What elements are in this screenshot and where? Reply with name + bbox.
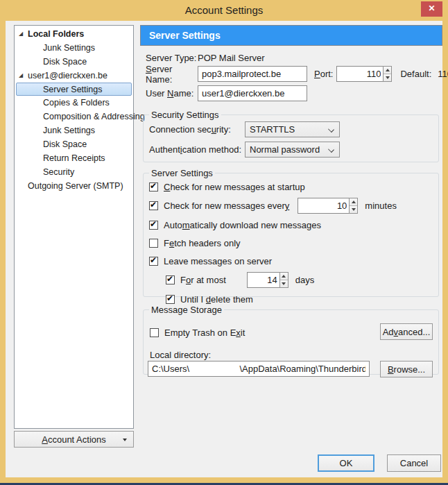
chevron-down-icon [328, 146, 334, 153]
sidebar-item-label: Return Receipts [43, 153, 105, 163]
spin-up-icon[interactable] [384, 67, 391, 74]
port-input[interactable] [336, 66, 383, 82]
minutes-suffix-label: minutes [365, 201, 397, 211]
sidebar-item[interactable]: Server Settings [16, 83, 132, 96]
browse-button-label: Browse... [388, 364, 425, 375]
message-storage-group: Message Storage Empty Trash on Exit Adva… [143, 305, 439, 375]
minutes-input[interactable] [298, 198, 349, 214]
account-actions-button[interactable]: Account Actions [14, 431, 134, 448]
until-delete-row: Until I delete them [166, 292, 433, 306]
message-storage-legend: Message Storage [149, 305, 224, 315]
sidebar-item-label: Security [43, 167, 74, 177]
cancel-button-label: Cancel [400, 458, 428, 468]
sidebar-item[interactable]: Local Folders [15, 27, 133, 41]
spin-up-icon[interactable] [280, 273, 288, 280]
check-every-label[interactable]: Check for new messages every [164, 201, 289, 211]
auth-method-select[interactable]: Normal password [245, 142, 340, 158]
port-label: Port: [314, 69, 333, 79]
spin-down-icon[interactable] [280, 280, 288, 287]
user-name-row: User Name: [146, 85, 307, 101]
collapse-icon[interactable] [19, 73, 28, 78]
auto-download-label[interactable]: Automatically download new messages [164, 220, 321, 230]
for-at-most-label[interactable]: For at most [180, 275, 226, 285]
spin-down-icon[interactable] [350, 206, 357, 213]
sidebar-item[interactable]: Outgoing Server (SMTP) [15, 179, 133, 193]
sidebar-item[interactable]: Copies & Folders [15, 96, 133, 110]
check-every-row: Check for new messages every minutes [149, 198, 433, 214]
port-spinner [383, 66, 392, 82]
user-name-label: User Name: [146, 88, 198, 99]
dialog-content: Local FoldersJunk SettingsDisk Spaceuser… [6, 21, 442, 477]
server-name-row: Server Name: Port: Default: 110 [146, 66, 448, 82]
sidebar-item-label: Disk Space [43, 57, 87, 67]
spin-down-icon[interactable] [384, 74, 391, 81]
page-title: Server Settings [149, 30, 221, 41]
advanced-button-label: Advanced... [383, 327, 431, 337]
connection-security-value: STARTTLS [250, 124, 295, 135]
check-startup-label[interactable]: Check for new messages at startup [164, 182, 305, 192]
server-options-legend: Server Settings [149, 168, 215, 178]
sidebar-tree: Local FoldersJunk SettingsDisk Spaceuser… [14, 25, 134, 429]
minutes-field [298, 198, 358, 214]
sidebar-item-label: Junk Settings [43, 43, 95, 53]
server-options-group: Server Settings Check for new messages a… [143, 168, 439, 297]
auth-method-value: Normal password [250, 144, 320, 155]
leave-messages-checkbox[interactable] [149, 257, 158, 266]
check-startup-checkbox[interactable] [149, 182, 158, 192]
sidebar-item[interactable]: Disk Space [15, 137, 133, 151]
server-type-value: POP Mail Server [198, 53, 265, 63]
auto-download-checkbox[interactable] [149, 221, 158, 230]
connection-security-select[interactable]: STARTTLS [245, 121, 340, 137]
sidebar-item[interactable]: Security [15, 165, 133, 179]
fetch-headers-label[interactable]: Fetch headers only [164, 238, 241, 248]
sidebar-item[interactable]: Return Receipts [15, 151, 133, 165]
ok-button[interactable]: OK [318, 454, 374, 472]
sidebar-item[interactable]: Junk Settings [15, 124, 133, 137]
days-spinner [279, 272, 288, 288]
empty-trash-checkbox[interactable] [150, 328, 159, 337]
days-input[interactable] [247, 272, 279, 288]
sidebar-item-label: Copies & Folders [43, 98, 110, 108]
cancel-button[interactable]: Cancel [387, 454, 441, 472]
window-title: Account Settings [185, 4, 264, 16]
advanced-button[interactable]: Advanced... [380, 323, 433, 340]
connection-security-row: Connection security: STARTTLS [149, 121, 433, 137]
for-at-most-checkbox[interactable] [166, 275, 175, 284]
ok-button-label: OK [340, 458, 353, 468]
content-header: Server Settings [140, 25, 442, 46]
sidebar-item-label: Junk Settings [43, 126, 95, 135]
leave-messages-label[interactable]: Leave messages on server [164, 256, 272, 266]
sidebar-item[interactable]: Composition & Addressing [15, 110, 133, 124]
connection-security-label: Connection security: [149, 124, 245, 135]
caret-down-icon [123, 439, 127, 441]
spin-up-icon[interactable] [350, 198, 357, 206]
account-settings-dialog: Account Settings ✕ Local FoldersJunk Set… [0, 0, 448, 485]
security-settings-legend: Security Settings [149, 110, 221, 120]
leave-messages-row: Leave messages on server [149, 254, 433, 268]
sidebar-item[interactable]: Junk Settings [15, 41, 133, 55]
sidebar-item-label: Server Settings [43, 85, 102, 94]
sidebar-item[interactable]: user1@dierckxen.be [15, 69, 133, 83]
fetch-headers-checkbox[interactable] [149, 239, 158, 248]
browse-button[interactable]: Browse... [380, 361, 433, 377]
security-settings-group: Security Settings Connection security: S… [143, 110, 439, 162]
user-name-field[interactable] [198, 85, 307, 101]
close-icon: ✕ [428, 3, 435, 13]
close-button[interactable]: ✕ [421, 1, 442, 17]
collapse-icon[interactable] [19, 31, 28, 37]
account-actions-label: Account Actions [42, 434, 106, 445]
for-at-most-row: For at most days [166, 272, 433, 288]
local-directory-label: Local directory: [150, 350, 211, 360]
sidebar-item-label: Disk Space [43, 139, 87, 149]
local-directory-field[interactable] [148, 361, 370, 377]
server-name-field[interactable] [198, 66, 307, 82]
until-delete-checkbox[interactable] [166, 295, 175, 304]
chevron-down-icon [328, 126, 334, 133]
auto-download-row: Automatically download new messages [149, 218, 433, 232]
empty-trash-label[interactable]: Empty Trash on Exit [164, 327, 245, 338]
sidebar-item[interactable]: Disk Space [15, 55, 133, 69]
sidebar-item-label: Local Folders [28, 29, 84, 39]
until-delete-label[interactable]: Until I delete them [180, 294, 253, 305]
check-every-checkbox[interactable] [149, 201, 158, 210]
default-label: Default: [400, 69, 431, 79]
